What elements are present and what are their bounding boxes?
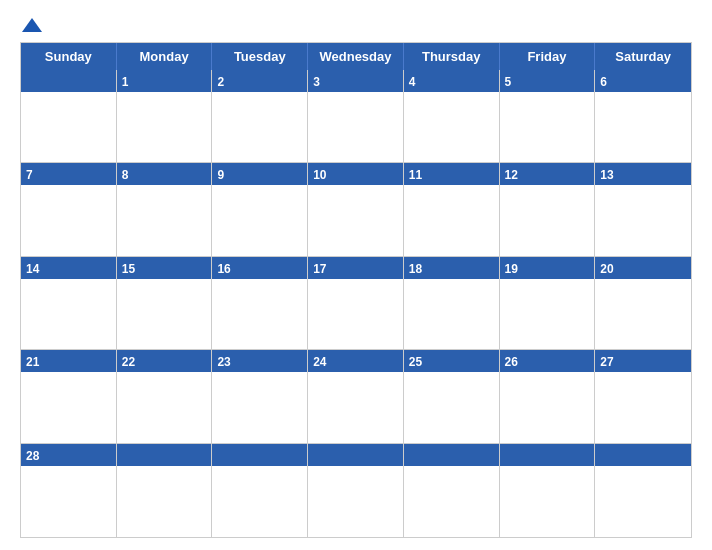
day-number-row: 9 [212,163,307,185]
day-number-row: 17 [308,257,403,279]
calendar-cell [595,444,691,537]
day-number: 10 [313,168,326,182]
day-number: 12 [505,168,518,182]
day-number: 1 [122,75,129,89]
day-number: 19 [505,262,518,276]
calendar-cell: 8 [117,163,213,256]
day-number: 22 [122,355,135,369]
calendar-cell: 4 [404,70,500,163]
day-of-week-header: Saturday [595,43,691,70]
day-number: 6 [600,75,607,89]
calendar-cell: 27 [595,350,691,443]
calendar-cell: 9 [212,163,308,256]
calendar-cell: 26 [500,350,596,443]
calendar-cell: 15 [117,257,213,350]
calendar-cell: 6 [595,70,691,163]
calendar-cell: 28 [21,444,117,537]
day-number-row: 11 [404,163,499,185]
day-number-row: 18 [404,257,499,279]
calendar-cell: 10 [308,163,404,256]
day-number-row: 27 [595,350,691,372]
calendar-body: 1234567891011121314151617181920212223242… [21,70,691,537]
day-number-row: 7 [21,163,116,185]
day-number: 25 [409,355,422,369]
calendar-week: 14151617181920 [21,257,691,350]
day-number: 18 [409,262,422,276]
calendar-header: SundayMondayTuesdayWednesdayThursdayFrid… [21,43,691,70]
calendar-week: 123456 [21,70,691,163]
calendar-cell: 24 [308,350,404,443]
day-number: 26 [505,355,518,369]
day-number-row [404,444,499,466]
day-number: 16 [217,262,230,276]
day-number: 11 [409,168,422,182]
day-of-week-header: Monday [117,43,213,70]
day-number: 4 [409,75,416,89]
day-of-week-header: Tuesday [212,43,308,70]
day-number: 15 [122,262,135,276]
day-number-row [212,444,307,466]
page-header [20,18,692,32]
calendar-week: 28 [21,444,691,537]
day-number-row: 24 [308,350,403,372]
calendar-cell [21,70,117,163]
calendar-cell [117,444,213,537]
day-number-row: 4 [404,70,499,92]
day-number: 3 [313,75,320,89]
logo-icon [22,18,42,32]
day-number: 20 [600,262,613,276]
calendar-week: 21222324252627 [21,350,691,443]
day-number: 7 [26,168,33,182]
day-number-row: 23 [212,350,307,372]
day-number-row [117,444,212,466]
day-number-row: 28 [21,444,116,466]
day-number-row: 25 [404,350,499,372]
calendar-cell: 20 [595,257,691,350]
day-number-row: 13 [595,163,691,185]
day-number: 9 [217,168,224,182]
day-of-week-header: Wednesday [308,43,404,70]
svg-marker-0 [22,18,42,32]
day-number-row: 8 [117,163,212,185]
calendar-cell: 25 [404,350,500,443]
calendar-week: 78910111213 [21,163,691,256]
calendar-cell: 12 [500,163,596,256]
calendar-cell [308,444,404,537]
calendar-page: SundayMondayTuesdayWednesdayThursdayFrid… [0,0,712,550]
day-number-row [21,70,116,92]
day-number-row: 20 [595,257,691,279]
day-number: 21 [26,355,39,369]
day-number: 2 [217,75,224,89]
day-number-row: 19 [500,257,595,279]
day-number-row: 26 [500,350,595,372]
day-number-row: 6 [595,70,691,92]
day-number-row: 15 [117,257,212,279]
day-of-week-header: Thursday [404,43,500,70]
day-number: 23 [217,355,230,369]
calendar-cell: 11 [404,163,500,256]
calendar-cell: 2 [212,70,308,163]
day-number-row [500,444,595,466]
day-number: 5 [505,75,512,89]
calendar-cell: 19 [500,257,596,350]
day-number: 28 [26,449,39,463]
calendar-cell: 14 [21,257,117,350]
day-number: 8 [122,168,129,182]
calendar-cell: 7 [21,163,117,256]
day-number: 17 [313,262,326,276]
day-of-week-header: Sunday [21,43,117,70]
calendar-cell: 13 [595,163,691,256]
calendar-cell: 23 [212,350,308,443]
calendar-cell: 5 [500,70,596,163]
day-number-row: 16 [212,257,307,279]
calendar-cell [212,444,308,537]
calendar-grid: SundayMondayTuesdayWednesdayThursdayFrid… [20,42,692,538]
calendar-cell [500,444,596,537]
day-number-row: 12 [500,163,595,185]
logo [20,18,42,32]
day-number-row: 1 [117,70,212,92]
day-number: 14 [26,262,39,276]
day-number-row: 21 [21,350,116,372]
day-number: 27 [600,355,613,369]
calendar-cell [404,444,500,537]
